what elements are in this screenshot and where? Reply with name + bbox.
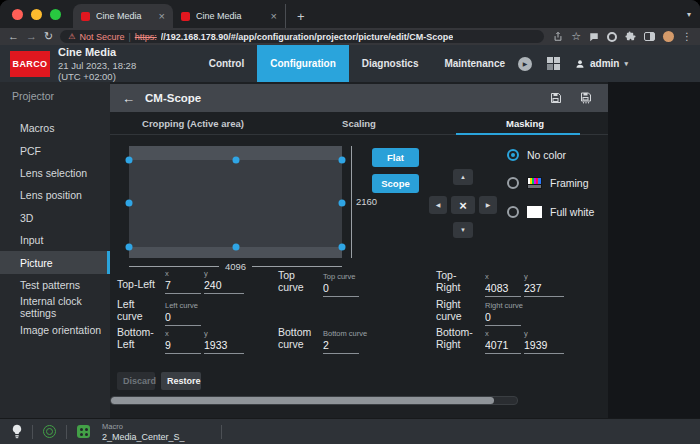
forward-icon[interactable]: → (26, 31, 37, 42)
framing-pattern-swatch (527, 177, 542, 189)
sidebar-item-test-patterns[interactable]: Test patterns (0, 274, 110, 296)
reload-icon[interactable]: ↻ (44, 31, 53, 42)
side-panel-icon[interactable] (644, 32, 655, 41)
dowser-status-icon[interactable] (43, 425, 56, 438)
mask-handle-bottom-center[interactable] (232, 244, 239, 251)
sidebar-item-internal-clock-settings[interactable]: Internal clock settings (0, 296, 110, 318)
lamp-status-icon[interactable] (12, 424, 22, 439)
mask-handle-bottom-left[interactable] (126, 244, 133, 251)
right-curve-input[interactable] (485, 311, 521, 326)
top-left-x-input[interactable] (165, 279, 201, 294)
sidebar-item-pcf[interactable]: PCF (0, 139, 110, 161)
top-right-x-input[interactable] (485, 282, 521, 297)
nav-diagnostics[interactable]: Diagnostics (349, 45, 432, 82)
top-right-y-input[interactable] (524, 282, 564, 297)
active-macro[interactable]: Macro 2_Media_Center_S_ (102, 422, 185, 442)
app-name: Cine Media (58, 46, 140, 58)
radio-icon[interactable] (507, 206, 519, 218)
horizontal-scrollbar[interactable] (110, 396, 518, 405)
tab-scaling[interactable]: Scaling (276, 112, 442, 134)
reset-center-button[interactable]: × (451, 196, 475, 214)
chat-extension-icon[interactable] (589, 32, 599, 42)
sidebar-item-lens-selection[interactable]: Lens selection (0, 162, 110, 184)
bookmark-star-icon[interactable]: ☆ (571, 31, 581, 42)
bottom-left-x-input[interactable] (165, 339, 201, 354)
nudge-up-button[interactable]: ▲ (453, 169, 473, 185)
top-left-y-input[interactable] (204, 279, 244, 294)
sidebar-item-input[interactable]: Input (0, 229, 110, 251)
url-text: //192.168.178.90/#/app/configuration/pro… (161, 32, 454, 42)
mask-handle-middle-left[interactable] (126, 200, 133, 207)
back-button[interactable]: ← (122, 92, 135, 105)
bottom-curve-input[interactable] (323, 339, 359, 354)
discard-button[interactable]: Discard (117, 372, 155, 390)
user-icon (575, 59, 585, 69)
radio-selected-icon[interactable] (507, 149, 519, 161)
mask-color-option-full-white[interactable]: Full white (507, 204, 594, 219)
macos-window-controls (0, 0, 73, 28)
omnibox-divider: | (128, 32, 130, 42)
close-window-button[interactable] (12, 9, 23, 20)
browser-tab-1[interactable]: Cine Media × (73, 4, 173, 28)
mask-handle-bottom-right[interactable] (339, 244, 346, 251)
extension-icon[interactable] (607, 32, 617, 42)
tab-masking[interactable]: Masking (442, 112, 608, 134)
top-curve-input[interactable] (323, 282, 359, 297)
sidebar-item-3d[interactable]: 3D (0, 207, 110, 229)
bottom-right-y-input[interactable] (524, 339, 564, 354)
dashboard-grid-icon[interactable] (547, 57, 560, 70)
nav-maintenance[interactable]: Maintenance (431, 45, 518, 82)
tab-title: Cine Media (96, 11, 155, 21)
flat-preset-button[interactable]: Flat (372, 148, 419, 167)
mask-handle-top-right[interactable] (339, 157, 346, 164)
fullscreen-window-button[interactable] (50, 9, 61, 20)
profile-avatar[interactable] (663, 31, 674, 42)
sidebar-item-lens-position[interactable]: Lens position (0, 184, 110, 206)
barco-logo: BARCO (10, 51, 50, 77)
back-icon[interactable]: ← (8, 31, 19, 42)
nudge-left-button[interactable]: ◀ (429, 196, 447, 214)
restore-button[interactable]: Restore (161, 372, 201, 390)
sidebar-item-image-orientation[interactable]: Image orientation (0, 319, 110, 341)
mask-color-option-no-color[interactable]: No color (507, 147, 566, 162)
tab-cropping[interactable]: Cropping (Active area) (110, 112, 276, 134)
sidebar-item-picture[interactable]: Picture (0, 251, 110, 273)
tab-search-chevron-icon[interactable]: ▾ (687, 11, 691, 19)
sidebar-item-macros[interactable]: Macros (0, 117, 110, 139)
main-panel: ← CM-Scope Cropping (Active area) Scalin… (110, 82, 608, 418)
close-tab-icon[interactable]: × (159, 11, 165, 22)
play-status-icon[interactable]: ▶ (518, 57, 532, 71)
scope-preset-button[interactable]: Scope (372, 174, 419, 193)
nav-control[interactable]: Control (196, 45, 258, 82)
close-tab-icon[interactable]: × (271, 11, 277, 22)
save-icon[interactable] (550, 92, 562, 104)
bottom-left-y-input[interactable] (204, 339, 244, 354)
new-tab-button[interactable]: + (297, 10, 305, 23)
minimize-window-button[interactable] (31, 9, 42, 20)
test-pattern-status-icon[interactable] (77, 425, 90, 438)
nav-configuration[interactable]: Configuration (257, 45, 349, 82)
mask-handle-top-center[interactable] (232, 157, 239, 164)
radio-icon[interactable] (507, 177, 519, 189)
radio-label: No color (527, 149, 566, 161)
url-scheme: https: (135, 32, 157, 42)
field-label: Bottom-Left (117, 326, 158, 354)
nudge-down-button[interactable]: ▼ (453, 222, 473, 238)
browser-menu-icon[interactable]: ⋮ (682, 32, 692, 42)
save-as-icon[interactable] (580, 92, 592, 104)
bottom-right-x-input[interactable] (485, 339, 521, 354)
share-icon[interactable] (553, 31, 563, 42)
user-menu[interactable]: admin ▾ (575, 58, 628, 69)
address-bar[interactable]: ⚠ Not Secure | https: //192.168.178.90/#… (60, 30, 544, 43)
header-actions: ▶ admin ▾ (518, 57, 700, 71)
mask-handle-top-left[interactable] (126, 157, 133, 164)
puzzle-extensions-icon[interactable] (625, 31, 636, 42)
browser-tab-2[interactable]: Cine Media × (173, 4, 286, 28)
scrollbar-thumb[interactable] (111, 397, 494, 404)
mask-preview-canvas (129, 146, 342, 258)
left-curve-input[interactable] (165, 311, 201, 326)
nudge-right-button[interactable]: ▶ (479, 196, 497, 214)
field-label: Left curve (117, 298, 158, 326)
mask-handle-middle-right[interactable] (339, 200, 346, 207)
mask-color-option-framing[interactable]: Framing (507, 175, 589, 190)
